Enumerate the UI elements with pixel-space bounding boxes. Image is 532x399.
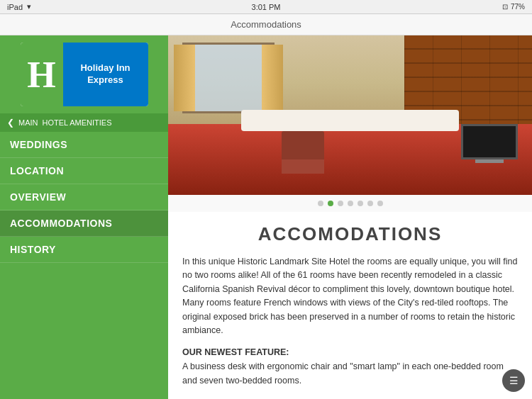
wifi-icon: ▾	[27, 2, 31, 11]
logo-box[interactable]: H Holiday Inn Express	[21, 43, 148, 106]
sidebar-item-overview[interactable]: OVERVIEW	[0, 184, 168, 210]
menu-icon[interactable]: ☰	[502, 369, 525, 392]
feature-text: A business desk with ergonomic chair and…	[182, 360, 518, 388]
dot-5[interactable]	[367, 201, 373, 206]
feature-label: OUR NEWEST FEATURE:	[182, 347, 518, 357]
dot-6[interactable]	[377, 201, 383, 206]
dot-3[interactable]	[348, 201, 353, 206]
nav-menu: WEDDINGS LOCATION OVERVIEW ACCOMMODATION…	[0, 132, 168, 263]
content-area: H Holiday Inn Express ❮ MAIN HOTEL AMENI…	[0, 35, 532, 399]
battery-icon: ⊡	[502, 3, 508, 11]
battery-percent: 77%	[511, 3, 525, 11]
text-content: ACCOMODATIONS In this unique Historic La…	[168, 212, 532, 399]
breadcrumb[interactable]: ❮ MAIN HOTEL AMENITIES	[0, 113, 168, 132]
section-title: ACCOMODATIONS	[182, 223, 518, 245]
chevron-left-icon: ❮	[7, 118, 14, 128]
logo-text: Holiday Inn Express	[63, 43, 148, 106]
room-scene-image	[168, 35, 532, 195]
dot-0[interactable]	[318, 201, 323, 206]
sidebar: H Holiday Inn Express ❮ MAIN HOTEL AMENI…	[0, 35, 168, 399]
bed-pillow	[241, 110, 460, 131]
status-time: 3:01 PM	[252, 3, 281, 11]
chair-back	[282, 131, 324, 159]
body-paragraph: In this unique Historic Landmark Site Ho…	[182, 255, 518, 337]
tv-area	[461, 124, 518, 174]
armchair	[282, 131, 324, 174]
top-nav-bar: Accommodations	[0, 14, 532, 35]
main-content: ACCOMODATIONS In this unique Historic La…	[168, 35, 532, 399]
breadcrumb-separator: HOTEL AMENITIES	[43, 118, 112, 127]
logo-inner: H Holiday Inn Express	[21, 43, 148, 106]
carousel-dots	[168, 195, 532, 212]
logo-line1: Holiday Inn	[80, 62, 130, 74]
dot-1[interactable]	[328, 201, 333, 206]
app-container: Accommodations H Holiday Inn Express	[0, 14, 532, 399]
logo-h-letter: H	[21, 43, 63, 106]
sidebar-item-location[interactable]: LOCATION	[0, 158, 168, 184]
window	[182, 43, 275, 113]
sidebar-item-accommodations[interactable]: ACCOMMODATIONS	[0, 210, 168, 237]
status-bar: iPad ▾ 3:01 PM ⊡ 77%	[0, 0, 532, 14]
breadcrumb-main[interactable]: MAIN	[18, 118, 38, 127]
tv-stand	[475, 159, 504, 163]
status-left: iPad ▾	[7, 2, 31, 11]
curtain-left	[174, 45, 195, 111]
sidebar-item-history[interactable]: HISTORY	[0, 237, 168, 263]
image-carousel[interactable]	[168, 35, 532, 195]
ipad-label: iPad	[7, 3, 23, 11]
logo-line2: Express	[87, 74, 123, 86]
sidebar-item-weddings[interactable]: WEDDINGS	[0, 132, 168, 158]
curtain-right	[262, 45, 283, 111]
chair-seat	[282, 159, 324, 174]
dot-4[interactable]	[358, 201, 363, 206]
page-title: Accommodations	[231, 19, 301, 30]
dot-2[interactable]	[338, 201, 343, 206]
tv-screen	[461, 124, 518, 159]
logo-area: H Holiday Inn Express	[0, 35, 168, 113]
status-right: ⊡ 77%	[502, 3, 525, 11]
